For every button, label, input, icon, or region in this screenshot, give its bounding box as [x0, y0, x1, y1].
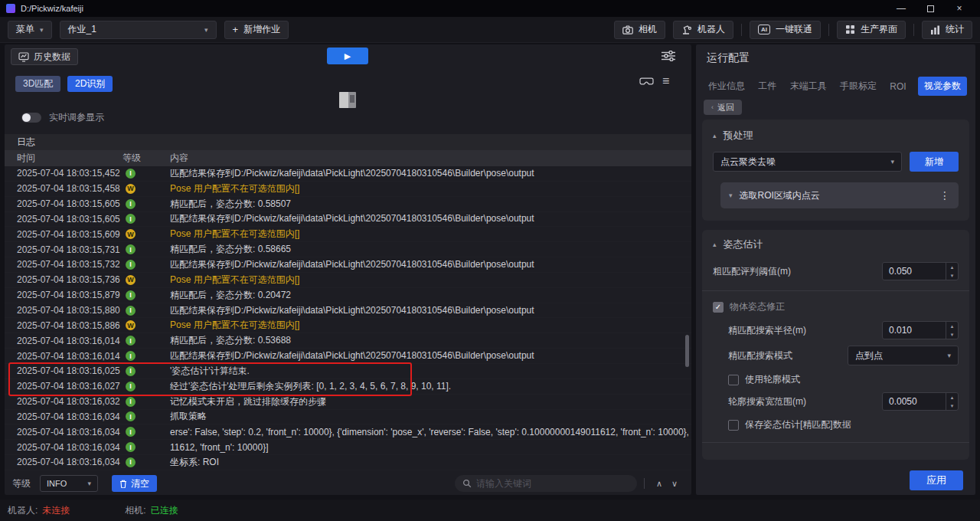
log-row[interactable]: 2025-07-04 18:03:16,034I坐标系: ROI: [5, 455, 691, 470]
log-row[interactable]: 2025-07-04 18:03:15,452I匹配结果保存到D:/Pickwi…: [5, 166, 691, 182]
preprocess-step-item[interactable]: ▾ 选取ROI区域内点云 ⋮: [720, 182, 959, 208]
job-select[interactable]: 作业_1 ▾: [60, 21, 217, 39]
log-content: 匹配结果保存到D:/Pickwiz/kafeiji\data\PickLight…: [170, 349, 691, 362]
window-controls: — ×: [887, 0, 974, 17]
log-level-badge: I: [122, 336, 170, 346]
apply-button[interactable]: 应用: [910, 470, 963, 490]
spinner-down-icon[interactable]: ▾: [946, 401, 958, 410]
log-row[interactable]: 2025-07-04 18:03:16,032I记忆模式未开启，跳过排除缓存的步…: [5, 395, 691, 410]
log-row[interactable]: 2025-07-04 18:03:15,879I精匹配后，姿态分数: 0.204…: [5, 288, 691, 303]
spinner-down-icon[interactable]: ▾: [946, 271, 958, 280]
close-button[interactable]: ×: [945, 0, 974, 17]
config-tab[interactable]: 作业信息: [707, 77, 746, 96]
clear-log-button[interactable]: 清空: [112, 475, 157, 492]
spinner-up-icon[interactable]: ▴: [946, 322, 958, 330]
run-config-title: 运行配置: [707, 51, 750, 65]
back-button[interactable]: ‹ 返回: [704, 100, 742, 115]
log-content: 匹配结果保存到D:/Pickwiz/kafeiji\data\PickLight…: [170, 167, 691, 180]
search-next-button[interactable]: ∨: [667, 479, 682, 489]
minimize-button[interactable]: —: [887, 0, 916, 17]
contour-mode-checkbox[interactable]: [728, 375, 739, 385]
one-key-connect-button[interactable]: AI 一键联通: [750, 21, 821, 39]
production-ui-button[interactable]: 生产界面: [837, 21, 906, 39]
config-tab[interactable]: 工件: [756, 77, 778, 96]
preprocess-add-button[interactable]: 新增: [910, 152, 959, 172]
log-row[interactable]: 2025-07-04 18:03:16,034I11612, 'front_n'…: [5, 440, 691, 455]
kebab-menu-icon[interactable]: ⋮: [939, 189, 950, 202]
log-row[interactable]: 2025-07-04 18:03:15,609WPose 用户配置不在可选范围内…: [5, 227, 691, 242]
pose-correction-checkbox[interactable]: ✓: [713, 302, 724, 313]
log-row[interactable]: 2025-07-04 18:03:15,605I精匹配后，姿态分数: 0.585…: [5, 197, 691, 212]
log-time: 2025-07-04 18:03:15,458: [5, 183, 122, 194]
log-scrollbar-thumb[interactable]: [685, 335, 689, 367]
viewer-mode-button[interactable]: [639, 77, 654, 86]
spinner-down-icon[interactable]: ▾: [946, 330, 958, 339]
spinner-buttons[interactable]: ▴ ▾: [946, 322, 958, 339]
log-level-badge: I: [122, 382, 170, 392]
history-data-button[interactable]: 历史数据: [11, 48, 78, 65]
log-row[interactable]: 2025-07-04 18:03:16,025I'姿态估计'计算结束.: [5, 364, 691, 379]
config-tab[interactable]: 手眼标定: [838, 77, 878, 96]
back-label: 返回: [717, 102, 734, 113]
sliders-icon: [662, 51, 675, 61]
log-content: Pose 用户配置不在可选范围内[]: [170, 182, 691, 195]
spinner-up-icon[interactable]: ▴: [946, 263, 958, 271]
list-menu-button[interactable]: ≡: [662, 74, 669, 88]
contour-range-input[interactable]: 0.0050 ▴ ▾: [882, 392, 959, 411]
log-row[interactable]: 2025-07-04 18:03:16,014I匹配结果保存到D:/Pickwi…: [5, 349, 691, 364]
log-row[interactable]: 2025-07-04 18:03:15,880I匹配结果保存到D:/Pickwi…: [5, 303, 691, 319]
fine-radius-input[interactable]: 0.010 ▴ ▾: [882, 321, 959, 339]
log-row[interactable]: 2025-07-04 18:03:15,732I匹配结果保存到D:/Pickwi…: [5, 257, 691, 273]
info-level-icon: I: [126, 306, 136, 316]
spinner-buttons[interactable]: ▴ ▾: [946, 263, 958, 280]
camera-button[interactable]: 相机: [614, 21, 665, 39]
preprocess-pipeline-select[interactable]: 点云聚类去噪 ▾: [713, 152, 902, 172]
config-tab[interactable]: 视觉参数: [918, 77, 967, 96]
menu-button[interactable]: 菜单 ▾: [8, 21, 52, 39]
config-tab[interactable]: ROI: [888, 78, 907, 95]
maximize-button[interactable]: [916, 0, 945, 17]
log-row[interactable]: 2025-07-04 18:03:16,034I抓取策略: [5, 410, 691, 425]
pose-estimation-section: ▴ 姿态估计 粗匹配评判阈值(m) 0.050 ▴ ▾ ✓ 物体姿态修正: [702, 230, 969, 460]
grid-icon: [845, 25, 855, 34]
log-row[interactable]: 2025-07-04 18:03:15,736WPose 用户配置不在可选范围内…: [5, 273, 691, 288]
log-col-content: 内容: [170, 150, 691, 166]
log-level-badge: I: [122, 442, 170, 452]
log-row[interactable]: 2025-07-04 18:03:15,731I精匹配后，姿态分数: 0.586…: [5, 242, 691, 257]
preview-thumbnail[interactable]: [339, 92, 356, 108]
log-time: 2025-07-04 18:03:16,027: [5, 381, 122, 392]
log-row[interactable]: 2025-07-04 18:03:15,886WPose 用户配置不在可选范围内…: [5, 318, 691, 333]
log-row[interactable]: 2025-07-04 18:03:16,027I经过'姿态估计'处理后剩余实例列…: [5, 379, 691, 395]
search-prev-button[interactable]: ∧: [652, 479, 667, 489]
statistics-button[interactable]: 统计: [922, 21, 972, 39]
log-level-badge: I: [122, 397, 170, 407]
log-row[interactable]: 2025-07-04 18:03:16,034Ierse': False, 's…: [5, 424, 691, 440]
preprocess-header[interactable]: ▴ 预处理: [713, 129, 959, 143]
log-row[interactable]: 2025-07-04 18:03:16,014I精匹配后，姿态分数: 0.536…: [5, 333, 691, 349]
log-row[interactable]: 2025-07-04 18:03:15,458WPose 用户配置不在可选范围内…: [5, 182, 691, 197]
tab-3d-match[interactable]: 3D匹配: [15, 76, 60, 92]
pose-estimation-header[interactable]: ▴ 姿态估计: [713, 238, 959, 251]
spinner-up-icon[interactable]: ▴: [946, 393, 958, 401]
contour-mode-label: 使用轮廓模式: [745, 373, 800, 386]
log-search-input[interactable]: [476, 478, 629, 489]
toolbar-divider: [741, 24, 742, 36]
save-pose-data-checkbox[interactable]: [728, 420, 739, 431]
spinner-buttons[interactable]: ▴ ▾: [946, 393, 958, 410]
log-time: 2025-07-04 18:03:16,034: [5, 457, 122, 467]
run-button[interactable]: ▶: [327, 48, 368, 64]
tuning-settings-button[interactable]: [662, 51, 675, 61]
coarse-threshold-input[interactable]: 0.050 ▴ ▾: [882, 262, 959, 280]
level-filter-select[interactable]: INFO ▾: [40, 475, 98, 492]
realtime-tuning-toggle[interactable]: [21, 113, 41, 123]
log-level-badge: I: [122, 290, 170, 300]
add-job-button[interactable]: + 新增作业: [224, 21, 289, 39]
robot-button[interactable]: 机器人: [673, 21, 733, 39]
info-level-icon: I: [126, 457, 136, 467]
maximize-icon: [927, 5, 934, 12]
tab-2d-recognition[interactable]: 2D识别: [67, 76, 113, 92]
log-content: 11612, 'front_n': 10000}]: [170, 442, 691, 453]
fine-search-mode-select[interactable]: 点到点 ▾: [848, 346, 959, 365]
config-tab[interactable]: 末端工具: [789, 77, 828, 96]
log-row[interactable]: 2025-07-04 18:03:15,605I匹配结果保存到D:/Pickwi…: [5, 212, 691, 228]
